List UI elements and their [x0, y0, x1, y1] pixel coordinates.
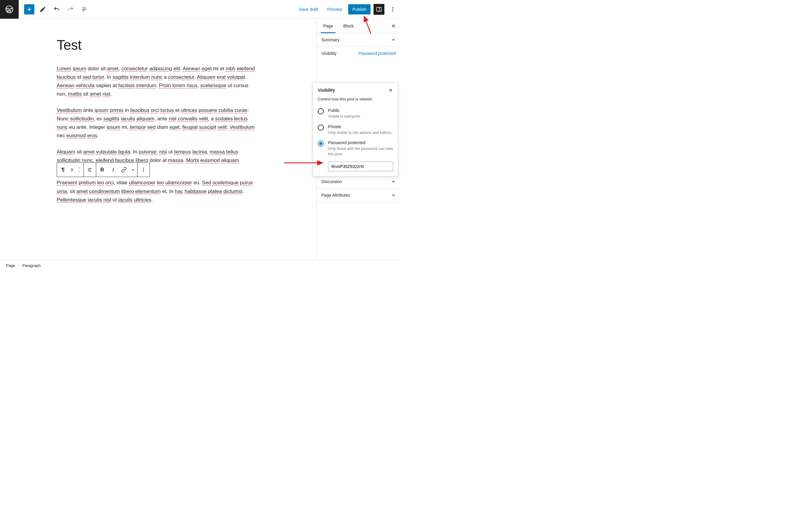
summary-panel-header[interactable]: Summary — [316, 33, 401, 47]
tab-block[interactable]: Block — [341, 19, 356, 33]
svg-point-12 — [143, 168, 144, 169]
visibility-popover: Visibility Control how this post is view… — [313, 83, 398, 176]
add-block-button[interactable] — [24, 4, 34, 15]
edit-pencil-icon[interactable] — [37, 4, 48, 15]
link-icon[interactable] — [118, 163, 129, 177]
wordpress-logo[interactable] — [0, 0, 19, 19]
discussion-panel-header[interactable]: Discussion — [316, 175, 401, 189]
popover-title: Visibility — [318, 88, 335, 93]
radio-help: Only those with the password can view th… — [328, 146, 393, 157]
svg-point-3 — [392, 7, 393, 8]
radio-help: Visible to everyone. — [328, 114, 361, 119]
svg-point-9 — [72, 170, 73, 170]
svg-point-14 — [143, 171, 144, 172]
tab-page[interactable]: Page — [321, 19, 335, 33]
radio-help: Only visible to site admins and editors. — [328, 130, 392, 136]
page-title[interactable]: Test — [57, 37, 256, 53]
page-attributes-panel-header[interactable]: Page Attributes — [316, 189, 401, 202]
bold-icon[interactable]: B — [97, 163, 108, 177]
chevron-down-icon[interactable] — [129, 163, 137, 177]
drag-handle-icon[interactable] — [69, 163, 76, 177]
document-outline-icon[interactable] — [79, 4, 90, 15]
redo-icon[interactable] — [65, 4, 76, 15]
page-attributes-label: Page Attributes — [321, 193, 350, 197]
paragraph-block[interactable]: Lorem ipsum dolor sit amet, consectetur … — [57, 64, 256, 98]
svg-point-4 — [392, 9, 393, 10]
italic-icon[interactable]: I — [108, 163, 118, 177]
paragraph-block[interactable]: Praesent pretium leo orci, vitae ullamco… — [57, 178, 256, 204]
password-input[interactable] — [328, 162, 393, 171]
block-toolbar: ¶ ⌃⌃ B I — [57, 163, 150, 177]
breadcrumb: Page › Paragraph — [0, 260, 401, 271]
summary-label: Summary — [321, 37, 340, 42]
align-icon[interactable] — [84, 163, 95, 177]
paragraph-type-icon[interactable]: ¶ — [58, 163, 69, 177]
more-icon[interactable] — [138, 163, 149, 177]
visibility-value-link[interactable]: Password protected — [359, 51, 396, 56]
svg-point-10 — [71, 170, 72, 171]
svg-point-6 — [71, 168, 72, 169]
publish-button[interactable]: Publish — [348, 4, 370, 15]
visibility-row: Visibility Password protected — [316, 47, 401, 60]
svg-point-13 — [143, 170, 144, 170]
preview-button[interactable]: Preview — [324, 4, 345, 14]
radio-label: Public — [328, 108, 361, 113]
undo-icon[interactable] — [51, 4, 62, 15]
visibility-label: Visibility — [321, 51, 336, 56]
breadcrumb-current[interactable]: Paragraph — [22, 263, 41, 268]
breadcrumb-root[interactable]: Page — [6, 263, 15, 268]
paragraph-block[interactable]: Vestibulum ante ipsum primis in faucibus… — [57, 106, 256, 140]
visibility-radio-private[interactable] — [318, 125, 324, 131]
visibility-radio-password[interactable] — [318, 140, 324, 147]
chevron-right-icon: › — [18, 264, 19, 267]
save-draft-button[interactable]: Save draft — [296, 4, 321, 14]
popover-description: Control how this post is viewed. — [318, 97, 393, 101]
close-sidebar-icon[interactable] — [386, 19, 401, 33]
svg-point-11 — [72, 170, 73, 171]
radio-label: Private — [328, 124, 392, 129]
chevron-down-icon — [391, 193, 396, 197]
chevron-up-icon — [391, 37, 396, 42]
svg-point-7 — [72, 168, 73, 169]
chevron-down-icon — [391, 179, 396, 184]
more-options-icon[interactable] — [387, 4, 398, 15]
settings-panel-toggle[interactable] — [373, 4, 384, 15]
svg-point-8 — [71, 170, 72, 170]
move-up-down-icon[interactable]: ⌃⌃ — [76, 168, 83, 172]
radio-label: Password protected — [328, 140, 393, 145]
svg-point-5 — [392, 11, 393, 12]
settings-sidebar: Page Block Summary Visibility Password p… — [316, 19, 401, 260]
discussion-label: Discussion — [321, 179, 342, 184]
close-icon[interactable] — [388, 88, 393, 93]
svg-rect-1 — [377, 7, 381, 11]
visibility-radio-public[interactable] — [318, 108, 324, 114]
